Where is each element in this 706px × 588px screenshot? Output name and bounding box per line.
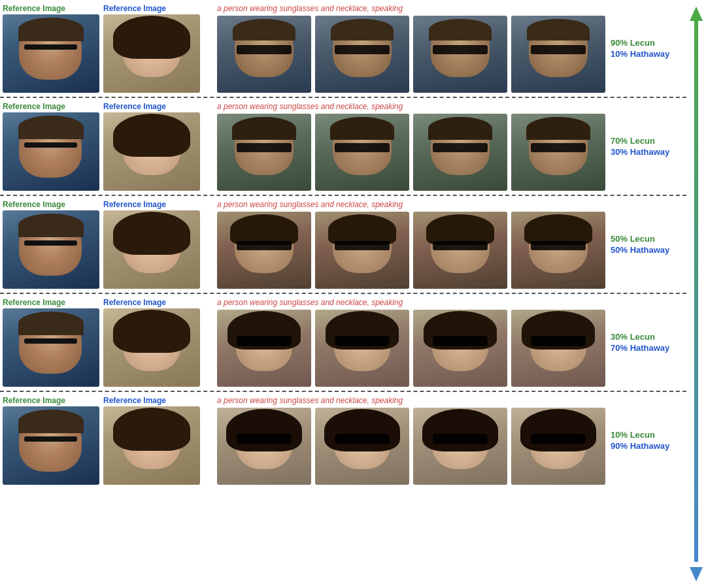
ref-label-lecun-row-1: Reference Image: [3, 4, 65, 13]
gen-face-1-row-4: [217, 310, 311, 387]
ref-label-hathaway-row-5: Reference Image: [103, 396, 166, 405]
ref-label-hathaway-row-1: Reference Image: [103, 4, 166, 13]
ref-label-lecun-row-5: Reference Image: [3, 396, 65, 405]
prompt-text-row-5: a person wearing sunglasses and necklace…: [217, 396, 605, 405]
hathaway-face-row-3: [103, 210, 200, 289]
ref-img-hathaway-row-1: [103, 14, 200, 93]
ref-img-lecun-row-1: [3, 14, 99, 93]
sunglasses-4-row-4: [531, 336, 586, 346]
gen-img-2-row-1: [315, 16, 409, 93]
ref-label-lecun-row-4: Reference Image: [3, 298, 65, 307]
sunglasses-2-row-2: [335, 143, 390, 152]
hathaway-face-row-2: [103, 112, 200, 191]
lecun-face-row-4: [3, 308, 99, 387]
row-3: Reference ImageReference Imagea person w…: [0, 196, 686, 294]
hathaway-face-row-1: [103, 14, 200, 93]
pct-green-row-5: 10% Lecun: [611, 430, 655, 440]
gen-face-3-row-5: [413, 408, 507, 485]
generated-images-row-2: [217, 114, 605, 191]
ref-images-row-3: Reference ImageReference Image: [3, 200, 212, 289]
sunglasses-1-row-5: [237, 434, 292, 444]
ref-image-lecun-row-3: Reference Image: [3, 200, 99, 289]
ref-img-lecun-row-2: [3, 112, 99, 191]
generated-images-row-4: [217, 310, 605, 387]
ref-label-hathaway-row-3: Reference Image: [103, 200, 166, 209]
sunglasses-1-row-4: [237, 336, 292, 346]
ref-images-row-1: Reference ImageReference Image: [3, 4, 212, 93]
sunglasses-3-row-5: [433, 434, 488, 444]
ref-image-hathaway-row-5: Reference Image: [103, 396, 200, 485]
generated-images-row-1: [217, 16, 605, 93]
pct-blue-row-3: 50% Hathaway: [611, 245, 669, 255]
gen-img-3-row-2: [413, 114, 507, 191]
pct-green-row-1: 90% Lecun: [611, 38, 655, 48]
row-1: Reference ImageReference Imagea person w…: [0, 0, 686, 98]
pct-green-row-2: 70% Lecun: [611, 136, 655, 146]
sunglasses-3-row-3: [433, 241, 488, 250]
gen-img-1-row-5: [217, 408, 311, 485]
ref-image-hathaway-row-1: Reference Image: [103, 4, 200, 93]
gen-img-3-row-1: [413, 16, 507, 93]
gen-img-2-row-3: [315, 212, 409, 289]
gen-img-4-row-4: [511, 310, 605, 387]
gen-face-2-row-4: [315, 310, 409, 387]
gen-img-2-row-2: [315, 114, 409, 191]
label-section-row-3: 50% Lecun50% Hathaway: [605, 200, 684, 289]
gen-img-3-row-5: [413, 408, 507, 485]
pct-green-row-4: 30% Lecun: [611, 332, 655, 342]
sunglasses-2-row-4: [335, 336, 390, 346]
sunglasses-2-row-3: [335, 241, 390, 250]
generated-section-row-2: a person wearing sunglasses and necklace…: [212, 102, 605, 191]
glasses-lecun-row-3: [24, 240, 77, 246]
sunglasses-3-row-4: [433, 336, 488, 346]
ref-images-row-2: Reference ImageReference Image: [3, 102, 212, 191]
gen-face-1-row-5: [217, 408, 311, 485]
ref-image-lecun-row-5: Reference Image: [3, 396, 99, 485]
sunglasses-4-row-2: [531, 143, 586, 152]
prompt-text-row-2: a person wearing sunglasses and necklace…: [217, 102, 605, 111]
rows-container: Reference ImageReference Imagea person w…: [0, 0, 686, 588]
gen-img-2-row-5: [315, 408, 409, 485]
sunglasses-3-row-2: [433, 143, 488, 152]
ref-label-hathaway-row-2: Reference Image: [103, 102, 166, 111]
lecun-face-row-2: [3, 112, 99, 191]
generated-section-row-3: a person wearing sunglasses and necklace…: [212, 200, 605, 289]
gen-img-1-row-4: [217, 310, 311, 387]
arrow-container: [686, 0, 706, 588]
gen-img-4-row-1: [511, 16, 605, 93]
sunglasses-4-row-1: [531, 45, 586, 54]
row-4: Reference ImageReference Imagea person w…: [0, 294, 686, 392]
pct-blue-row-5: 90% Hathaway: [611, 441, 669, 451]
hathaway-face-row-4: [103, 308, 200, 387]
label-section-row-1: 90% Lecun10% Hathaway: [605, 4, 684, 93]
hathaway-face-row-5: [103, 406, 200, 485]
gen-face-4-row-2: [511, 114, 605, 191]
sunglasses-2-row-5: [335, 434, 390, 444]
sunglasses-2-row-1: [335, 45, 390, 54]
ref-img-hathaway-row-5: [103, 406, 200, 485]
ref-img-hathaway-row-2: [103, 112, 200, 191]
generated-section-row-4: a person wearing sunglasses and necklace…: [212, 298, 605, 387]
row-5: Reference ImageReference Imagea person w…: [0, 392, 686, 489]
generated-images-row-5: [217, 408, 605, 485]
lecun-face-row-3: [3, 210, 99, 289]
glasses-lecun-row-1: [24, 44, 77, 50]
gen-face-3-row-4: [413, 310, 507, 387]
ref-img-lecun-row-4: [3, 308, 99, 387]
ref-images-row-4: Reference ImageReference Image: [3, 298, 212, 387]
label-section-row-2: 70% Lecun30% Hathaway: [605, 102, 684, 191]
svg-marker-2: [690, 567, 703, 581]
gen-face-2-row-2: [315, 114, 409, 191]
svg-rect-0: [694, 20, 698, 562]
glasses-lecun-row-4: [24, 338, 77, 344]
pct-blue-row-4: 70% Hathaway: [611, 343, 669, 353]
ref-label-lecun-row-3: Reference Image: [3, 200, 65, 209]
gen-face-3-row-2: [413, 114, 507, 191]
gen-img-3-row-4: [413, 310, 507, 387]
ref-images-row-5: Reference ImageReference Image: [3, 396, 212, 485]
sunglasses-1-row-3: [237, 241, 292, 250]
gen-img-1-row-1: [217, 16, 311, 93]
gen-face-4-row-3: [511, 212, 605, 289]
gen-img-4-row-3: [511, 212, 605, 289]
gen-face-3-row-1: [413, 16, 507, 93]
